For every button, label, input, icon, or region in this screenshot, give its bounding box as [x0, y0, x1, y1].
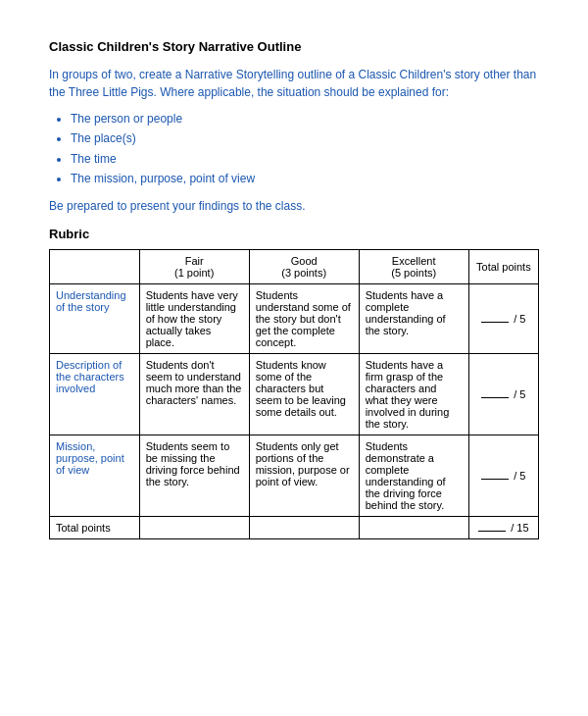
total-label: Total points [50, 516, 140, 538]
score-cell-2[interactable]: / 5 [468, 353, 538, 435]
total-row: Total points / 15 [50, 516, 539, 538]
instructions-main: In groups of two, create a Narrative Sto… [49, 66, 539, 101]
category-cell-2: Description of the characters involved [50, 353, 140, 435]
table-row: Description of the characters involved S… [50, 353, 539, 435]
table-row: Understanding of the story Students have… [50, 283, 539, 353]
page-title: Classic Children's Story Narrative Outli… [49, 39, 539, 54]
header-total: Total points [468, 249, 538, 283]
bullet-item-4: The mission, purpose, point of view [71, 169, 539, 188]
bullet-list: The person or people The place(s) The ti… [49, 109, 539, 189]
header-good: Good(3 points) [249, 249, 359, 283]
fair-cell-1: Students have very little understanding … [139, 283, 249, 353]
category-cell-1: Understanding of the story [50, 283, 140, 353]
header-empty [50, 249, 140, 283]
table-header-row: Fair(1 point) Good(3 points) Excellent(5… [50, 249, 539, 283]
excellent-cell-3: Students demonstrate a complete understa… [359, 435, 468, 516]
score-cell-3[interactable]: / 5 [468, 435, 538, 516]
total-fair-empty [139, 516, 249, 538]
header-fair: Fair(1 point) [139, 249, 249, 283]
table-row: Mission, purpose, point of view Students… [50, 435, 539, 516]
total-excellent-empty [359, 516, 468, 538]
present-text: Be prepared to present your findings to … [49, 199, 539, 213]
rubric-table: Fair(1 point) Good(3 points) Excellent(5… [49, 249, 539, 539]
category-cell-3: Mission, purpose, point of view [50, 435, 140, 516]
bullet-item-1: The person or people [71, 109, 539, 128]
score-cell-1[interactable]: / 5 [468, 283, 538, 353]
bullet-item-2: The place(s) [71, 128, 539, 148]
good-cell-1: Students understand some of the story bu… [249, 283, 359, 353]
fair-cell-2: Students don't seem to understand much m… [139, 353, 249, 435]
fair-cell-3: Students seem to be missing the driving … [139, 435, 249, 516]
excellent-cell-2: Students have a firm grasp of the charac… [359, 353, 468, 435]
good-cell-2: Students know some of the characters but… [249, 353, 359, 435]
rubric-title: Rubric [49, 227, 539, 241]
excellent-cell-1: Students have a complete understanding o… [359, 283, 468, 353]
good-cell-3: Students only get portions of the missio… [249, 435, 359, 516]
total-good-empty [249, 516, 359, 538]
total-score-cell[interactable]: / 15 [468, 516, 538, 538]
header-excellent: Excellent(5 points) [359, 249, 468, 283]
bullet-item-3: The time [71, 149, 539, 169]
